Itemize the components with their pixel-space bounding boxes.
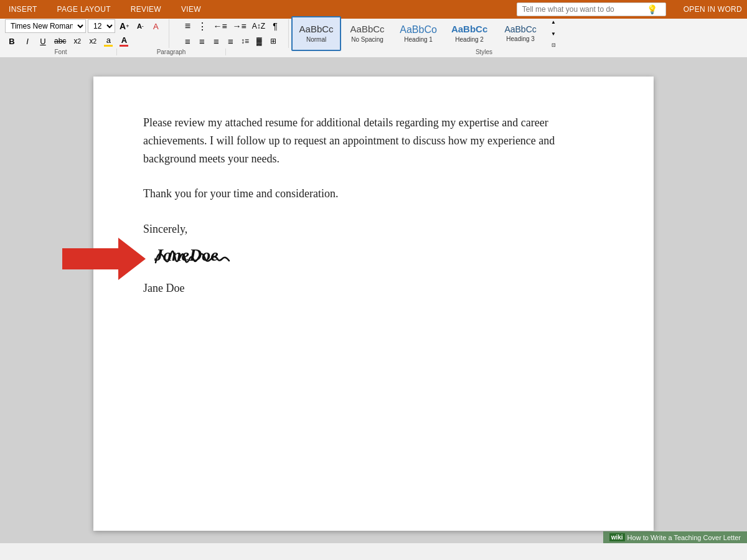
menu-insert[interactable]: INSERT: [5, 2, 41, 16]
font-group-label: Font: [5, 49, 117, 55]
body-paragraph: Please review my attached resume for add…: [143, 114, 604, 167]
footer-title: How to Write a Teaching Cover Letter: [627, 534, 741, 541]
arrow-shaft: [62, 248, 118, 269]
font-color-button[interactable]: A: [117, 34, 131, 48]
paragraph-group-label: Paragraph: [117, 49, 226, 55]
menu-review[interactable]: REVIEW: [127, 2, 165, 16]
body-text: Please review my attached resume for add…: [143, 116, 555, 165]
style-no-spacing-preview: AaBbCc: [350, 24, 385, 35]
open-in-word-button[interactable]: OPEN IN WORD: [684, 5, 742, 14]
sort-button[interactable]: A↕Z: [250, 19, 268, 33]
search-box[interactable]: 💡: [517, 2, 666, 16]
clear-format-button[interactable]: A: [149, 19, 162, 33]
wiki-footer: wiki How to Write a Teaching Cover Lette…: [603, 531, 747, 543]
numbering-button[interactable]: ⋮: [195, 19, 210, 33]
svg-text:JaneDoe: JaneDoe: [154, 245, 218, 264]
signature-wrapper: JaneDoe: [143, 241, 604, 277]
style-heading2-label: Heading 2: [455, 36, 484, 43]
wiki-badge: wiki: [609, 533, 625, 541]
bullets-button[interactable]: ≡: [181, 19, 194, 33]
red-arrow: [62, 238, 146, 280]
document-area: Please review my attached resume for add…: [0, 58, 747, 543]
menu-view[interactable]: VIEW: [177, 2, 205, 16]
thanks-text: Thank you for your time and consideratio…: [143, 187, 338, 200]
arrow-tip: [118, 238, 146, 280]
font-group: Times New Roman 12 A+ A- A B I U abc x2: [5, 19, 169, 48]
show-paragraph-button[interactable]: ¶: [268, 19, 282, 33]
search-input[interactable]: [522, 5, 647, 14]
thanks-paragraph: Thank you for your time and consideratio…: [143, 185, 604, 203]
signer-name: Jane Doe: [143, 279, 604, 297]
style-heading3-preview: AaBbCc: [504, 25, 536, 34]
sincerely-text: Sincerely,: [143, 220, 604, 238]
font-size-select[interactable]: 12: [88, 19, 115, 33]
decrease-indent-button[interactable]: ←≡: [210, 19, 229, 33]
signature-image: JaneDoe: [149, 241, 249, 277]
style-heading1-preview: AaBbCo: [400, 24, 437, 35]
document-page[interactable]: Please review my attached resume for add…: [93, 77, 654, 531]
style-heading1-label: Heading 1: [404, 36, 433, 43]
style-normal-preview: AaBbCc: [299, 24, 334, 35]
styles-group-label: Styles: [226, 49, 742, 55]
style-normal-label: Normal: [306, 36, 326, 43]
style-heading2-preview: AaBbCc: [451, 24, 487, 35]
grow-font-button[interactable]: A+: [117, 19, 131, 33]
highlight-color-button[interactable]: a: [101, 34, 115, 48]
style-heading3-label: Heading 3: [506, 35, 535, 42]
increase-indent-button[interactable]: →≡: [230, 19, 249, 33]
shrink-font-button[interactable]: A-: [133, 19, 147, 33]
paragraph-group: ≡ ⋮ ←≡ →≡ A↕Z ¶ ≡ ≡ ≡ ≡ ↕≡ ▓ ⊞: [174, 19, 289, 48]
menu-page-layout[interactable]: PAGE LAYOUT: [54, 2, 115, 16]
ribbon: Times New Roman 12 A+ A- A B I U abc x2: [0, 19, 747, 58]
font-name-select[interactable]: Times New Roman: [5, 19, 86, 33]
style-no-spacing-label: No Spacing: [351, 36, 383, 43]
ribbon-labels: Font Paragraph Styles: [5, 46, 742, 57]
lightbulb-icon: 💡: [647, 4, 657, 14]
